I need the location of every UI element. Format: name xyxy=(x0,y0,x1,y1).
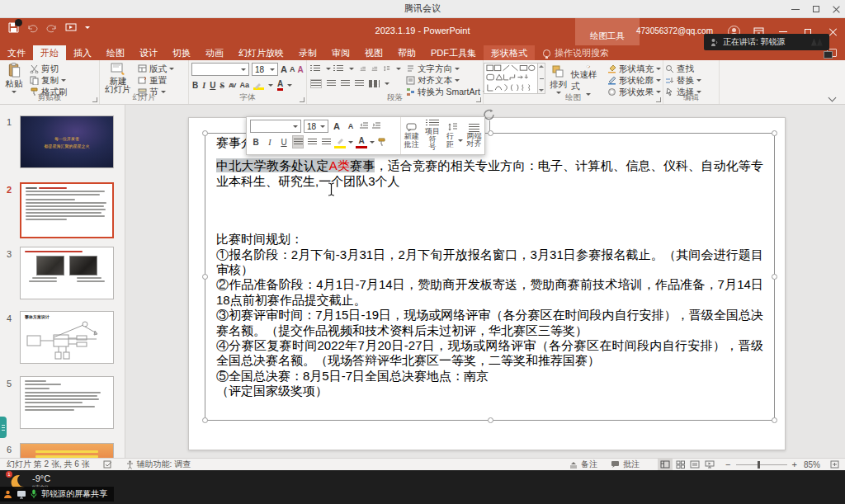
slideshow-view-button[interactable] xyxy=(702,459,717,470)
zoom-level[interactable]: 85% xyxy=(797,460,827,469)
decrease-indent-icon[interactable] xyxy=(360,65,366,73)
mini-font-color-button[interactable]: A xyxy=(356,135,367,148)
clipboard-dialog-launcher[interactable] xyxy=(92,97,97,102)
mini-new-comment-button[interactable]: 新建批注 xyxy=(401,117,422,154)
shape-fill-button[interactable]: 形状填充 xyxy=(606,64,663,74)
tab-draw[interactable]: 绘图 xyxy=(99,45,132,60)
mini-font-color-caret-icon[interactable] xyxy=(370,141,375,144)
align-left-button[interactable] xyxy=(310,79,322,88)
resize-handle-nw[interactable] xyxy=(202,130,208,136)
find-button[interactable]: 查找 xyxy=(663,64,719,74)
drawing-dialog-launcher[interactable] xyxy=(656,97,661,102)
mini-grow-font-button[interactable]: A xyxy=(331,120,342,133)
tab-help[interactable]: 帮助 xyxy=(390,45,423,60)
spellcheck-button[interactable] xyxy=(97,460,120,469)
resize-handle-se[interactable] xyxy=(772,417,777,423)
shape-outline-button[interactable]: 形状轮廓 xyxy=(606,75,663,86)
slide-thumbnail-6[interactable] xyxy=(20,443,114,458)
paste-button[interactable]: 粘贴 xyxy=(0,60,28,93)
tell-me-search[interactable]: 操作说明搜索 xyxy=(535,45,617,60)
comments-button[interactable]: 批注 xyxy=(604,459,646,470)
text-highlight-button[interactable] xyxy=(253,81,264,90)
font-color-caret-icon[interactable] xyxy=(287,84,292,87)
layout-button[interactable]: 版式 xyxy=(136,64,176,74)
cut-button[interactable]: 剪切 xyxy=(28,64,69,74)
tab-transitions[interactable]: 切换 xyxy=(165,45,198,60)
paragraph-dialog-launcher[interactable] xyxy=(476,97,481,102)
slide-thumbnail-2-selected[interactable] xyxy=(20,182,114,238)
mini-align-right-button[interactable] xyxy=(320,135,332,148)
quick-styles-button[interactable]: 快速样式 xyxy=(571,63,606,96)
meeting-annotation-tab[interactable] xyxy=(0,417,7,438)
tab-review[interactable]: 审阅 xyxy=(324,45,357,60)
mini-bullets-button[interactable]: 项目符号 xyxy=(422,117,442,154)
mini-font-name-combo[interactable] xyxy=(250,120,301,133)
reading-view-button[interactable] xyxy=(687,459,702,470)
align-center-button[interactable] xyxy=(327,80,336,87)
tab-home[interactable]: 开始 xyxy=(33,45,66,60)
tab-record[interactable]: 录制 xyxy=(291,45,324,60)
tab-design[interactable]: 设计 xyxy=(132,45,165,60)
new-slide-button[interactable]: 新建幻灯片 xyxy=(100,60,136,93)
clear-formatting-button[interactable]: A xyxy=(297,65,303,74)
mini-underline-button[interactable]: U xyxy=(278,135,290,148)
slide-thumbnail-5[interactable] xyxy=(20,376,114,429)
tab-slideshow[interactable]: 幻灯片放映 xyxy=(231,45,291,60)
mini-highlight-button[interactable] xyxy=(334,135,346,148)
resize-handle-ne[interactable] xyxy=(772,130,777,136)
mini-italic-button[interactable]: I xyxy=(264,135,276,148)
slide-thumbnail-3[interactable] xyxy=(20,247,114,299)
resize-handle-s[interactable] xyxy=(488,417,493,423)
tab-insert[interactable]: 插入 xyxy=(66,45,99,60)
mini-format-painter-icon[interactable] xyxy=(377,138,386,147)
mini-line-spacing-button[interactable]: 行距 xyxy=(443,117,464,154)
mini-font-size-combo[interactable]: 18 xyxy=(304,120,328,133)
tab-shape-format[interactable]: 形状格式 xyxy=(484,45,535,60)
screen-share-bar[interactable]: 郭锐源的屏幕共享 xyxy=(0,487,114,502)
resize-handle-sw[interactable] xyxy=(202,417,208,423)
strikethrough-button[interactable]: S xyxy=(220,81,224,90)
grow-font-button[interactable]: A xyxy=(281,64,287,74)
fit-to-window-button[interactable] xyxy=(827,459,842,470)
highlight-caret-icon[interactable] xyxy=(268,84,273,87)
tab-file[interactable]: 文件 xyxy=(0,45,33,60)
mini-highlight-caret-icon[interactable] xyxy=(348,141,353,144)
mini-shrink-font-button[interactable]: A xyxy=(345,120,356,133)
accessibility-status[interactable]: 辅助功能: 调查 xyxy=(120,459,198,470)
slide-thumbnail-panel[interactable]: 1 每一位开发者 都是星海汇聚的星星之火 2 3 xyxy=(0,105,125,458)
justify-button[interactable] xyxy=(355,80,364,87)
meeting-maximize-button[interactable] xyxy=(813,6,819,12)
underline-button[interactable]: U xyxy=(210,81,215,90)
character-spacing-button[interactable]: AV xyxy=(229,82,236,89)
copy-button[interactable]: 复制 xyxy=(28,75,69,86)
increase-indent-icon[interactable] xyxy=(371,65,378,73)
slide-sorter-view-button[interactable] xyxy=(673,459,687,470)
meeting-close-button[interactable] xyxy=(833,6,840,13)
account-email[interactable]: 473056372@qq.com xyxy=(636,26,713,35)
meeting-minimize-button[interactable] xyxy=(791,9,800,10)
tab-animations[interactable]: 动画 xyxy=(198,45,231,60)
font-name-combo[interactable] xyxy=(191,63,249,76)
mini-align-left-button[interactable] xyxy=(292,135,304,148)
notes-button[interactable]: 备注 xyxy=(563,459,604,470)
replace-button[interactable]: 替换 xyxy=(663,75,719,86)
columns-button[interactable] xyxy=(369,80,380,87)
align-right-button[interactable] xyxy=(341,80,350,87)
mini-decrease-indent-icon[interactable] xyxy=(359,122,369,130)
mini-justify-button[interactable]: 两端对齐 xyxy=(464,117,484,154)
slide-thumbnail-1[interactable]: 每一位开发者 都是星海汇聚的星星之火 xyxy=(20,115,114,168)
zoom-out-button[interactable]: − xyxy=(725,459,730,469)
mini-align-center-button[interactable] xyxy=(306,135,318,148)
normal-view-button[interactable] xyxy=(658,459,673,470)
bullets-button[interactable] xyxy=(314,65,320,73)
collapse-ribbon-button[interactable] xyxy=(828,97,835,101)
align-text-button[interactable]: 对齐文本 xyxy=(404,75,489,86)
slide-thumbnail-4[interactable]: 整体方案设计 xyxy=(20,311,114,364)
arrange-button[interactable]: 排列 xyxy=(545,63,571,96)
resize-handle-e[interactable] xyxy=(772,274,777,280)
slide-body-text[interactable]: 赛事介绍 中北大学教务处认定A类赛事，适合竞赛的相关专业方向：电子、计算机、信息… xyxy=(216,135,763,399)
toast-popup-icon[interactable] xyxy=(824,51,833,59)
zoom-slider-thumb[interactable] xyxy=(758,461,760,469)
shrink-font-button[interactable]: A xyxy=(290,65,295,73)
current-slide[interactable]: 赛事介绍 中北大学教务处认定A类赛事，适合竞赛的相关专业方向：电子、计算机、信息… xyxy=(188,117,786,450)
